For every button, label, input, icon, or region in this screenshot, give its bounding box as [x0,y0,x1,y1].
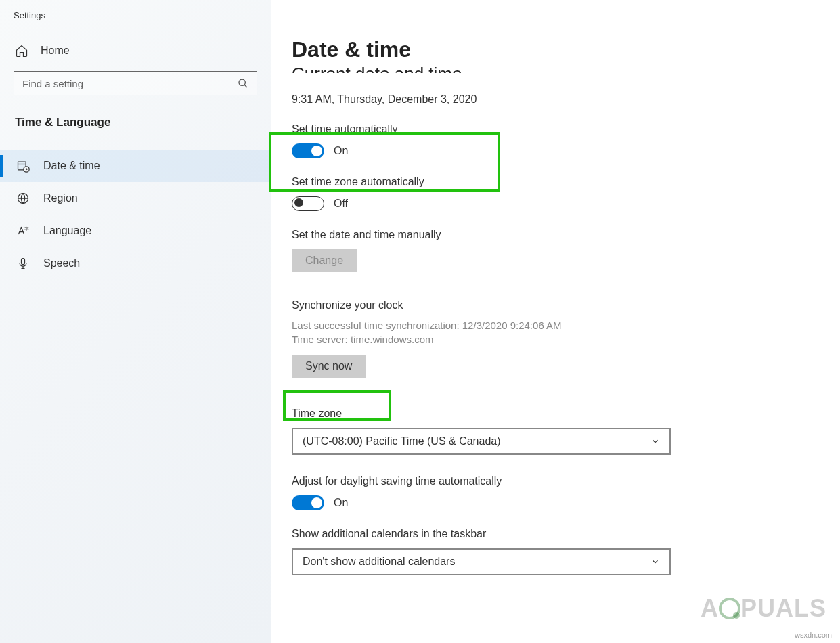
watermark: APUALS [701,594,826,623]
sidebar-item-label: Speech [43,257,80,269]
source-label: wsxdn.com [795,631,832,639]
microphone-icon [16,257,30,270]
sync-heading: Synchronize your clock [292,299,799,311]
truncated-heading: Current date and time [292,64,799,73]
set-time-auto-toggle[interactable] [292,143,324,158]
page-title: Date & time [292,37,799,62]
svg-text:字: 字 [24,226,29,232]
home-icon [15,44,28,58]
set-timezone-auto-toggle[interactable] [292,196,324,211]
calendars-dropdown[interactable]: Don't show additional calendars [292,548,671,575]
calendars-value: Don't show additional calendars [303,556,455,568]
svg-rect-7 [22,259,25,265]
svg-line-1 [244,85,247,87]
search-box[interactable] [14,71,257,95]
timezone-dropdown[interactable]: (UTC-08:00) Pacific Time (US & Canada) [292,428,671,455]
globe-icon [16,192,30,205]
sidebar-item-label: Region [43,192,78,204]
sidebar-item-date-time[interactable]: Date & time [0,150,271,182]
dst-row: On [292,495,799,510]
chevron-down-icon [650,557,660,567]
search-input[interactable] [14,78,229,89]
chevron-down-icon [650,437,660,446]
home-nav[interactable]: Home [0,44,271,71]
sidebar-item-label: Language [43,225,91,237]
change-button: Change [292,249,357,272]
sync-server: Time server: time.windows.com [292,334,799,345]
dst-state: On [334,497,348,509]
category-title: Time & Language [0,116,271,150]
current-datetime: 9:31 AM, Thursday, December 3, 2020 [292,93,799,106]
set-timezone-auto-label: Set time zone automatically [292,176,799,188]
sync-now-button[interactable]: Sync now [292,355,366,378]
language-icon: 字 [16,224,30,238]
timezone-label: Time zone [292,407,799,420]
sidebar: Settings Home Time & Language Date & tim… [0,0,271,643]
set-timezone-auto-state: Off [334,198,348,210]
set-time-auto-label: Set time automatically [292,123,799,135]
search-icon [229,78,257,89]
sidebar-item-label: Date & time [43,160,100,172]
sidebar-item-language[interactable]: 字 Language [0,215,271,247]
content: Date & time Current date and time 9:31 A… [271,0,840,643]
svg-point-0 [239,79,245,85]
set-manually-label: Set the date and time manually [292,229,799,241]
dst-toggle[interactable] [292,495,324,510]
calendar-clock-icon [16,159,30,173]
home-label: Home [41,45,70,57]
app-title: Settings [0,10,271,44]
set-timezone-auto-row: Off [292,196,799,211]
set-time-auto-state: On [334,145,348,157]
calendars-label: Show additional calendars in the taskbar [292,528,799,540]
dst-label: Adjust for daylight saving time automati… [292,475,799,487]
set-time-auto-row: On [292,143,799,158]
sidebar-item-region[interactable]: Region [0,182,271,215]
sidebar-item-speech[interactable]: Speech [0,247,271,280]
timezone-value: (UTC-08:00) Pacific Time (US & Canada) [303,435,501,447]
sync-last: Last successful time synchronization: 12… [292,319,799,331]
